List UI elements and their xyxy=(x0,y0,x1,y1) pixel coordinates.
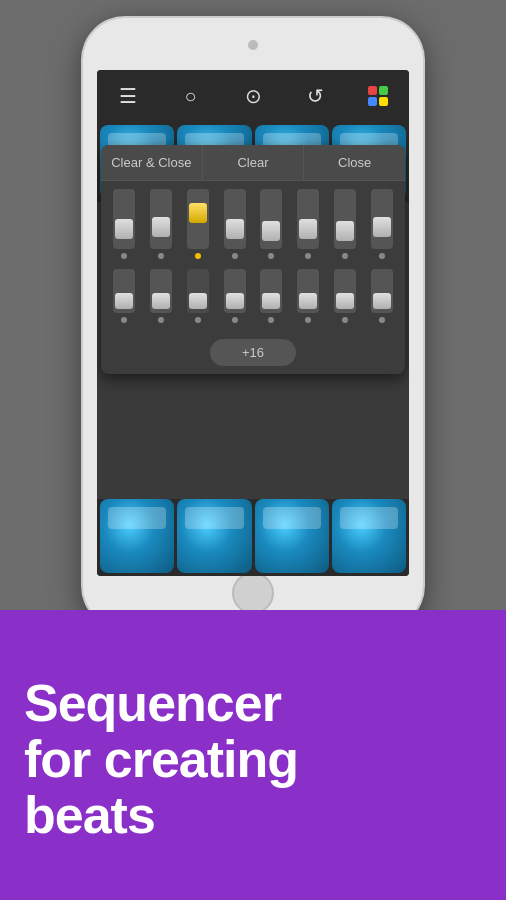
fader-knob-7[interactable] xyxy=(336,221,354,241)
svg-rect-0 xyxy=(368,86,377,95)
clear-close-button[interactable]: Clear & Close xyxy=(101,145,203,180)
fader-ch-b3 xyxy=(181,269,215,323)
phone-screen: ☰ ○ ⊙ ↺ xyxy=(97,70,409,576)
home-button[interactable] xyxy=(232,572,274,614)
popup-button-row: Clear & Close Clear Close xyxy=(101,145,405,181)
fader-knob-b3[interactable] xyxy=(189,293,207,309)
fader-ch-8 xyxy=(365,189,399,259)
fader-track-6[interactable] xyxy=(297,189,319,249)
banner: Sequencer for creating beats xyxy=(0,610,506,900)
pad-b3[interactable] xyxy=(255,499,329,573)
fader-track-b1[interactable] xyxy=(113,269,135,313)
fader-track-b2[interactable] xyxy=(150,269,172,313)
camera-dot xyxy=(248,40,258,50)
fader-knob-b7[interactable] xyxy=(336,293,354,309)
fader-ch-b5 xyxy=(255,269,289,323)
fader-knob-b6[interactable] xyxy=(299,293,317,309)
fader-track-b6[interactable] xyxy=(297,269,319,313)
fader-knob-b1[interactable] xyxy=(115,293,133,309)
fader-track-5[interactable] xyxy=(260,189,282,249)
grid-button[interactable] xyxy=(347,70,409,122)
fader-dot-b7 xyxy=(342,317,348,323)
fader-dot-b3 xyxy=(195,317,201,323)
fader-dot-6 xyxy=(305,253,311,259)
fader-ch-b4 xyxy=(218,269,252,323)
fader-track-b4[interactable] xyxy=(224,269,246,313)
fader-section-top xyxy=(101,181,405,269)
fader-track-4[interactable] xyxy=(224,189,246,249)
fader-ch-2 xyxy=(144,189,178,259)
fader-knob-4[interactable] xyxy=(226,219,244,239)
fader-track-b3[interactable] xyxy=(187,269,209,313)
fader-track-8[interactable] xyxy=(371,189,393,249)
toolbar: ☰ ○ ⊙ ↺ xyxy=(97,70,409,122)
loop-button[interactable]: ↺ xyxy=(284,70,346,122)
fader-dot-5 xyxy=(268,253,274,259)
fader-ch-4 xyxy=(218,189,252,259)
fader-ch-3 xyxy=(181,189,215,259)
svg-rect-1 xyxy=(379,86,388,95)
fader-knob-2[interactable] xyxy=(152,217,170,237)
fader-track-b7[interactable] xyxy=(334,269,356,313)
fader-dot-b4 xyxy=(232,317,238,323)
fader-dot-b1 xyxy=(121,317,127,323)
fader-track-1[interactable] xyxy=(113,189,135,249)
grid-icon xyxy=(367,85,389,107)
fader-track-7[interactable] xyxy=(334,189,356,249)
banner-line2: for creating xyxy=(24,730,298,788)
fader-ch-b1 xyxy=(107,269,141,323)
svg-rect-3 xyxy=(379,97,388,106)
fader-knob-6[interactable] xyxy=(299,219,317,239)
fader-dot-2 xyxy=(158,253,164,259)
svg-rect-2 xyxy=(368,97,377,106)
fader-knob-8[interactable] xyxy=(373,217,391,237)
fader-knob-3[interactable] xyxy=(189,203,207,223)
plus-button[interactable]: +16 xyxy=(210,339,296,366)
fader-ch-1 xyxy=(107,189,141,259)
fader-track-3[interactable] xyxy=(187,189,209,249)
pad-b2[interactable] xyxy=(177,499,251,573)
fader-ch-b2 xyxy=(144,269,178,323)
fader-row-2 xyxy=(107,269,399,323)
plus-row: +16 xyxy=(101,333,405,374)
fader-dot-1 xyxy=(121,253,127,259)
fader-row-1 xyxy=(107,189,399,259)
fader-ch-7 xyxy=(328,189,362,259)
fader-dot-b6 xyxy=(305,317,311,323)
banner-line1: Sequencer xyxy=(24,674,281,732)
fader-track-b5[interactable] xyxy=(260,269,282,313)
fader-track-b8[interactable] xyxy=(371,269,393,313)
close-button[interactable]: Close xyxy=(304,145,405,180)
pad-b4[interactable] xyxy=(332,499,406,573)
pad-b1[interactable] xyxy=(100,499,174,573)
fader-knob-1[interactable] xyxy=(115,219,133,239)
fader-knob-b2[interactable] xyxy=(152,293,170,309)
fader-knob-b8[interactable] xyxy=(373,293,391,309)
menu-icon: ☰ xyxy=(119,86,137,106)
record-button[interactable]: ⊙ xyxy=(222,70,284,122)
loop-icon: ↺ xyxy=(307,86,324,106)
fader-track-2[interactable] xyxy=(150,189,172,249)
phone-shell: ☰ ○ ⊙ ↺ xyxy=(83,18,423,628)
fader-dot-8 xyxy=(379,253,385,259)
fader-ch-b8 xyxy=(365,269,399,323)
fader-dot-b8 xyxy=(379,317,385,323)
fader-knob-b5[interactable] xyxy=(262,293,280,309)
fader-dot-3 xyxy=(195,253,201,259)
clear-button[interactable]: Clear xyxy=(203,145,305,180)
menu-button[interactable]: ☰ xyxy=(97,70,159,122)
fader-ch-6 xyxy=(291,189,325,259)
fader-ch-b6 xyxy=(291,269,325,323)
popup-panel: Clear & Close Clear Close xyxy=(101,145,405,374)
fader-knob-5[interactable] xyxy=(262,221,280,241)
fader-dot-7 xyxy=(342,253,348,259)
banner-text: Sequencer for creating beats xyxy=(24,675,298,843)
bottom-pad-grid xyxy=(97,499,409,576)
circle-button[interactable]: ○ xyxy=(159,70,221,122)
fader-section-bottom xyxy=(101,269,405,333)
circle-icon: ○ xyxy=(185,86,197,106)
fader-ch-b7 xyxy=(328,269,362,323)
record-icon: ⊙ xyxy=(245,86,262,106)
fader-knob-b4[interactable] xyxy=(226,293,244,309)
fader-dot-b5 xyxy=(268,317,274,323)
